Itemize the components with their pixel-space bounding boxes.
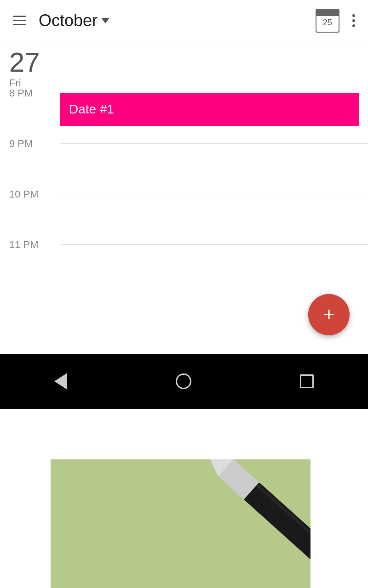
time-slots: 8 PM Date #1 9 PM 10 PM: [0, 93, 368, 295]
time-label-9pm: 9 PM: [0, 138, 60, 150]
time-line-9pm: [60, 143, 368, 144]
time-row: 8 PM Date #1: [0, 93, 368, 143]
dot-3: [352, 24, 355, 27]
main-content: 27 Fri 8 PM Date #1 9 PM: [0, 41, 368, 588]
today-button[interactable]: 25: [314, 7, 341, 34]
add-event-button[interactable]: +: [308, 294, 350, 335]
time-line-10pm: [60, 194, 368, 194]
more-options-button[interactable]: [349, 11, 359, 31]
time-label-10pm: 10 PM: [0, 188, 60, 200]
hamburger-line-3: [13, 24, 26, 25]
pen-illustration: [51, 459, 310, 588]
time-row: 9 PM: [0, 143, 368, 194]
app-bar-left: October: [9, 11, 109, 30]
time-row: 11 PM: [0, 244, 368, 295]
day-header: 27 Fri: [0, 41, 368, 93]
time-row: 10 PM: [0, 194, 368, 244]
month-selector[interactable]: October: [39, 11, 109, 30]
time-label-11pm: 11 PM: [0, 239, 60, 251]
hamburger-line-2: [13, 20, 26, 21]
calendar-scroll-area: 27 Fri 8 PM Date #1 9 PM: [0, 41, 368, 354]
hamburger-line-1: [13, 16, 26, 17]
today-date: 25: [323, 18, 332, 28]
home-icon: [176, 373, 191, 389]
app-bar: October 25: [0, 0, 368, 41]
dot-1: [352, 14, 355, 17]
chevron-down-icon: [101, 18, 109, 23]
calendar-icon: 25: [316, 9, 339, 33]
menu-button[interactable]: [9, 12, 29, 29]
home-button[interactable]: [167, 369, 201, 394]
day-number: 27: [9, 49, 359, 76]
recents-button[interactable]: [291, 370, 323, 393]
dot-2: [352, 19, 355, 22]
time-line-11pm: [60, 244, 368, 245]
event-title: Date #1: [69, 102, 114, 117]
recents-icon: [300, 374, 314, 388]
month-title: October: [39, 11, 98, 30]
plus-icon: +: [323, 305, 335, 324]
event-block-date1[interactable]: Date #1: [60, 93, 359, 126]
pen-svg: [51, 459, 310, 588]
back-icon: [54, 373, 67, 390]
day-name: Fri: [9, 77, 359, 89]
back-button[interactable]: [45, 368, 76, 394]
below-nav-area: [0, 409, 368, 588]
time-label-8pm: 8 PM: [0, 87, 60, 99]
nav-bar: [0, 354, 368, 409]
app-bar-right: 25: [314, 7, 359, 34]
